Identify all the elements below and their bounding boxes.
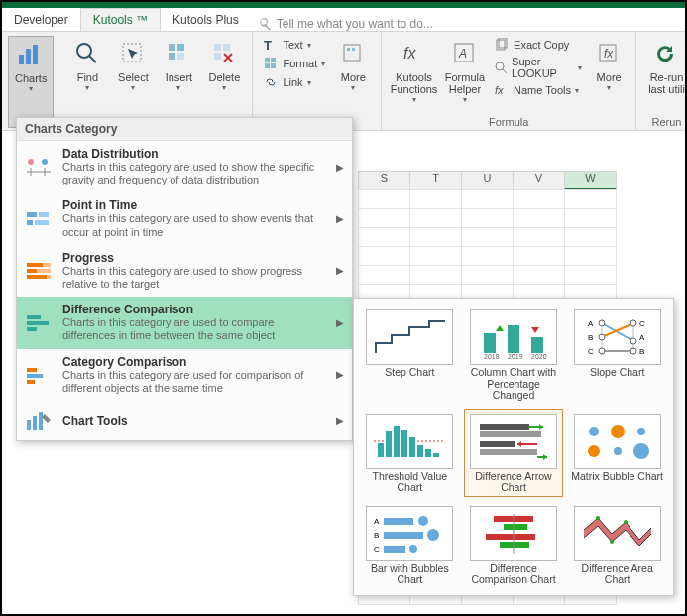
svg-rect-14 bbox=[265, 58, 270, 62]
more-icon bbox=[337, 38, 369, 69]
svg-rect-81 bbox=[394, 426, 400, 457]
gallery-column-percentage[interactable]: 201820192020 Column Chart with Percentag… bbox=[464, 305, 564, 405]
gallery-slope-chart[interactable]: ABCCAB Slope Chart bbox=[567, 305, 667, 405]
svg-text:B: B bbox=[588, 333, 593, 342]
svg-rect-12 bbox=[214, 53, 221, 60]
gallery-diff-comparison-chart[interactable]: Difference Comparison Chart bbox=[464, 501, 564, 589]
svg-text:2018: 2018 bbox=[484, 353, 500, 360]
format-button[interactable]: Format▾ bbox=[259, 55, 329, 72]
category-comparison-icon bbox=[25, 361, 53, 389]
tab-kutools[interactable]: Kutools ™ bbox=[80, 8, 161, 31]
tell-me-text: Tell me what you want to do... bbox=[277, 17, 433, 31]
svg-rect-80 bbox=[386, 431, 392, 457]
select-icon bbox=[117, 38, 149, 69]
svg-text:A: A bbox=[458, 47, 467, 61]
svg-rect-11 bbox=[223, 44, 230, 51]
threshold-chart-icon bbox=[366, 414, 453, 469]
gallery-matrix-bubble-chart[interactable]: Matrix Bubble Chart bbox=[567, 409, 667, 497]
menu-point-in-time[interactable]: Point in TimeCharts in this category are… bbox=[17, 192, 352, 244]
svg-rect-87 bbox=[480, 424, 529, 430]
svg-point-98 bbox=[614, 447, 622, 455]
svg-rect-101 bbox=[384, 518, 413, 525]
gallery-bar-bubbles-chart[interactable]: ABC Bar with Bubbles Chart bbox=[360, 501, 460, 589]
svg-rect-79 bbox=[378, 443, 384, 457]
more-button[interactable]: More▾ bbox=[331, 36, 375, 128]
svg-rect-51 bbox=[27, 380, 35, 384]
svg-rect-9 bbox=[177, 53, 184, 60]
link-icon bbox=[263, 74, 279, 90]
svg-text:C: C bbox=[374, 545, 380, 554]
formula-helper-icon: A bbox=[449, 38, 481, 69]
select-button[interactable]: Select▾ bbox=[111, 36, 155, 128]
link-button[interactable]: Link▾ bbox=[259, 73, 329, 91]
svg-rect-85 bbox=[425, 449, 431, 457]
insert-button[interactable]: Insert▾ bbox=[157, 36, 200, 128]
tell-me-box[interactable]: Tell me what you want to do... bbox=[259, 17, 433, 31]
formula-helper-button[interactable]: A Formula Helper▾ bbox=[442, 36, 488, 116]
svg-rect-84 bbox=[417, 445, 423, 457]
matrix-bubble-icon bbox=[574, 414, 661, 469]
col-U[interactable]: U bbox=[461, 171, 514, 190]
menu-progress[interactable]: ProgressCharts in this category are used… bbox=[17, 245, 352, 297]
charts-icon bbox=[15, 39, 47, 70]
super-lookup-button[interactable]: Super LOOKUP▾ bbox=[490, 55, 586, 80]
col-W[interactable]: W bbox=[564, 171, 617, 190]
col-V[interactable]: V bbox=[513, 171, 565, 190]
gallery-difference-area-chart[interactable]: Difference Area Chart bbox=[567, 501, 667, 589]
svg-rect-48 bbox=[27, 327, 37, 331]
svg-text:A: A bbox=[374, 517, 380, 526]
chart-gallery: Step Chart 201820192020 Column Chart wit… bbox=[353, 298, 674, 596]
ribbon: Charts ▾ Find▾ Select▾ Insert▾ Delete▾ bbox=[2, 32, 685, 131]
gallery-difference-arrow-chart[interactable]: Difference Arrow Chart bbox=[464, 409, 564, 497]
text-icon: T bbox=[263, 37, 279, 53]
svg-rect-43 bbox=[27, 269, 37, 273]
name-tools-button[interactable]: fxName Tools▾ bbox=[490, 81, 586, 99]
menu-data-distribution[interactable]: Data DistributionCharts in this category… bbox=[17, 141, 352, 192]
svg-point-26 bbox=[496, 62, 504, 70]
exact-copy-button[interactable]: Exact Copy bbox=[490, 36, 586, 54]
svg-point-3 bbox=[77, 44, 91, 58]
svg-text:fx: fx bbox=[495, 84, 504, 96]
svg-rect-89 bbox=[480, 441, 515, 447]
col-T[interactable]: T bbox=[409, 171, 462, 190]
find-icon bbox=[71, 38, 103, 69]
step-chart-icon bbox=[366, 309, 453, 365]
charts-button[interactable]: Charts ▾ bbox=[8, 36, 54, 128]
svg-point-108 bbox=[409, 545, 417, 553]
col-S[interactable]: S bbox=[358, 171, 410, 190]
tab-developer[interactable]: Developer bbox=[2, 9, 80, 31]
svg-text:A: A bbox=[588, 319, 594, 328]
svg-line-4 bbox=[89, 56, 96, 62]
menu-chart-tools[interactable]: Chart Tools ▶ bbox=[17, 401, 352, 440]
submenu-arrow-icon: ▶ bbox=[336, 162, 344, 173]
svg-rect-1 bbox=[26, 49, 31, 64]
menu-category-comparison[interactable]: Category ComparisonCharts in this catego… bbox=[17, 349, 352, 401]
svg-rect-7 bbox=[177, 44, 184, 51]
svg-rect-36 bbox=[27, 212, 37, 217]
kutools-functions-button[interactable]: fx Kutools Functions▾ bbox=[388, 36, 440, 116]
delete-button[interactable]: Delete▾ bbox=[202, 36, 246, 128]
gallery-threshold-chart[interactable]: Threshold Value Chart bbox=[360, 409, 460, 497]
rerun-button[interactable]: Re-run last utili bbox=[642, 36, 687, 116]
more2-button[interactable]: fx More▾ bbox=[588, 36, 630, 116]
text-button[interactable]: TText▾ bbox=[259, 36, 329, 54]
svg-text:T: T bbox=[264, 38, 272, 52]
svg-rect-50 bbox=[27, 374, 43, 378]
svg-point-66 bbox=[599, 320, 605, 326]
svg-rect-19 bbox=[347, 48, 350, 51]
charts-dropdown: Charts Category Data DistributionCharts … bbox=[16, 117, 353, 441]
svg-rect-52 bbox=[27, 420, 31, 430]
svg-rect-45 bbox=[27, 275, 47, 279]
svg-rect-37 bbox=[39, 212, 49, 217]
svg-rect-111 bbox=[486, 534, 535, 540]
svg-rect-46 bbox=[27, 315, 41, 319]
tab-kutools-plus[interactable]: Kutools Plus bbox=[161, 9, 251, 31]
svg-rect-57 bbox=[531, 337, 543, 353]
menu-difference-comparison[interactable]: Difference ComparisonCharts in this cate… bbox=[17, 297, 352, 348]
find-button[interactable]: Find▾ bbox=[65, 36, 109, 128]
lookup-icon bbox=[494, 60, 508, 75]
copy-icon bbox=[494, 37, 510, 53]
svg-rect-16 bbox=[265, 63, 270, 68]
gallery-step-chart[interactable]: Step Chart bbox=[360, 305, 460, 405]
data-distribution-icon bbox=[25, 153, 53, 181]
